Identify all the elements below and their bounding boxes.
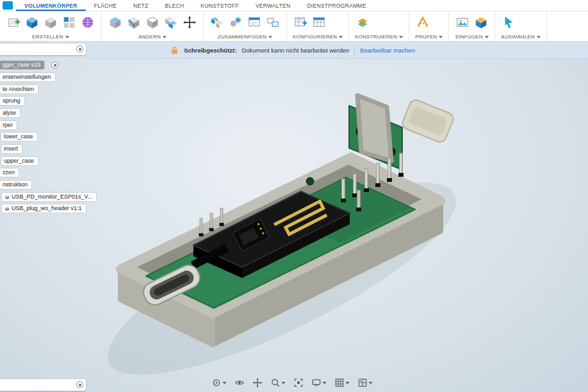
- browser-panel-header[interactable]: [0, 44, 86, 55]
- group-label-text: ÄNDERN: [138, 34, 161, 40]
- revolve-icon[interactable]: [43, 15, 58, 30]
- insert-canvas-icon[interactable]: [455, 15, 470, 30]
- group-label-konfigurieren[interactable]: KONFIGURIEREN: [293, 34, 343, 40]
- tab-volumenkoerper[interactable]: VOLUMENKÖRPER: [16, 0, 86, 11]
- chevron-down-icon: [399, 36, 403, 38]
- motion-link-icon[interactable]: [265, 15, 281, 30]
- group-label-erstellen[interactable]: ERSTELLEN: [6, 34, 95, 40]
- browser-root-radio-icon[interactable]: [51, 61, 58, 69]
- joint-icon[interactable]: [228, 15, 243, 30]
- tab-blech[interactable]: BLECH: [157, 0, 193, 11]
- browser-item-usb-plug[interactable]: USB_plug_wo_header v1:1: [2, 204, 86, 213]
- shell-icon[interactable]: [145, 15, 160, 30]
- chevron-down-icon: [369, 382, 373, 384]
- zoom-icon[interactable]: [270, 377, 287, 389]
- browser-item-origin[interactable]: sprung: [0, 97, 24, 105]
- browser-item-bodies[interactable]: rper: [0, 121, 17, 129]
- chevron-down-icon: [223, 382, 227, 384]
- browser-item-root[interactable]: gger_case v15: [0, 61, 44, 69]
- browser-item-label: gger_case v15: [3, 61, 40, 69]
- usb-plug-cap[interactable]: [401, 98, 455, 143]
- group-label-konstruieren[interactable]: KONSTRUIEREN: [355, 34, 403, 40]
- ribbon-toolbar: ERSTELLEN ÄNDERN: [0, 12, 588, 42]
- browser-item-usb-pd-monitor[interactable]: USB_PD_monitor_ESP01s_V...: [2, 193, 96, 201]
- create-sketch-icon[interactable]: [6, 15, 21, 30]
- insert-mesh-icon[interactable]: [473, 15, 489, 30]
- browser-item-analysis[interactable]: alyse: [0, 109, 20, 117]
- combine-icon[interactable]: [163, 15, 179, 30]
- form-icon[interactable]: [80, 15, 95, 30]
- rear-gray-bracket[interactable]: [357, 95, 391, 161]
- chevron-down-icon: [485, 36, 489, 38]
- browser-item-label: USB_plug_wo_header v1:1: [12, 204, 82, 213]
- chevron-down-icon: [439, 36, 443, 38]
- group-einfuegen: EINFÜGEN: [449, 12, 495, 41]
- configuration-table-icon[interactable]: [311, 15, 327, 30]
- browser-item-label: zzen: [3, 168, 15, 177]
- browser-item-label: upper_case: [4, 157, 34, 165]
- pattern-icon[interactable]: [61, 15, 77, 30]
- banner-divider: [354, 45, 355, 54]
- group-label-zusammenfuegen[interactable]: ZUSAMMENFÜGEN: [209, 34, 281, 40]
- browser-item-upper-case[interactable]: upper_case: [1, 157, 38, 165]
- browser-item-label: nstruktion: [3, 181, 28, 189]
- app-logo-icon[interactable]: [3, 1, 13, 10]
- browser-item-construction[interactable]: nstruktion: [0, 181, 31, 189]
- group-label-auswaehlen[interactable]: AUSWÄHLEN: [501, 34, 540, 40]
- tab-dienstprogramme[interactable]: DIENSTPROGRAMME: [298, 0, 374, 11]
- browser-item-insert[interactable]: insert: [1, 145, 22, 153]
- tab-flaeche[interactable]: FLÄCHE: [86, 0, 125, 11]
- tab-verwalten[interactable]: VERWALTEN: [247, 0, 299, 11]
- usb-logger-case-3d-model[interactable]: [0, 42, 588, 392]
- chevron-down-icon: [537, 36, 541, 38]
- select-icon[interactable]: [501, 15, 516, 30]
- tab-kunststoff[interactable]: KUNSTSTOFF: [192, 0, 247, 11]
- group-label-aendern[interactable]: ÄNDERN: [108, 34, 197, 40]
- component-icon: [4, 206, 10, 211]
- orbit-icon[interactable]: [211, 377, 228, 389]
- browser-item-label: te Ansichten: [3, 85, 34, 94]
- read-only-message: Dokument kann nicht bearbeitet werden: [241, 47, 349, 54]
- browser-header-radio-icon[interactable]: [76, 45, 83, 53]
- display-settings-icon[interactable]: [311, 377, 328, 389]
- group-label-text: EINFÜGEN: [455, 34, 483, 40]
- fillet-icon[interactable]: [126, 15, 142, 30]
- browser-item-sketches[interactable]: zzen: [0, 168, 19, 177]
- group-konfigurieren: KONFIGURIEREN: [287, 12, 349, 41]
- tab-netz[interactable]: NETZ: [125, 0, 156, 11]
- viewport-canvas[interactable]: Schreibgeschützt: Dokument kann nicht be…: [0, 42, 588, 392]
- browser-item-lower-case[interactable]: lower_case: [1, 133, 37, 141]
- extrude-icon[interactable]: [24, 15, 40, 30]
- make-editable-link[interactable]: Bearbeitbar machen: [360, 47, 415, 54]
- group-label-pruefen[interactable]: PRÜFEN: [415, 34, 443, 40]
- group-label-text: ZUSAMMENFÜGEN: [218, 34, 266, 40]
- rigid-group-icon[interactable]: [247, 15, 262, 30]
- read-only-banner: Schreibgeschützt: Dokument kann nicht be…: [87, 42, 588, 59]
- group-label-text: AUSWÄHLEN: [501, 34, 534, 40]
- timeline-bar[interactable]: [0, 379, 86, 391]
- fit-icon[interactable]: [293, 377, 305, 389]
- browser-item-label: sprung: [3, 97, 20, 105]
- group-label-einfuegen[interactable]: EINFÜGEN: [455, 34, 489, 40]
- viewports-icon[interactable]: [357, 377, 374, 389]
- chevron-down-icon: [282, 382, 286, 384]
- group-auswaehlen: AUSWÄHLEN: [495, 12, 546, 41]
- group-konstruieren: KONSTRUIEREN: [349, 12, 409, 41]
- measure-icon[interactable]: [415, 15, 430, 30]
- move-icon[interactable]: [182, 15, 197, 30]
- grid-settings-icon[interactable]: [334, 377, 351, 389]
- browser-item-label: insert: [4, 145, 18, 153]
- browser-item-document-settings[interactable]: enteneinstellungen: [0, 73, 55, 81]
- press-pull-icon[interactable]: [108, 15, 123, 30]
- look-at-icon[interactable]: [234, 377, 246, 389]
- construction-plane-icon[interactable]: [355, 15, 370, 30]
- browser-item-label: enteneinstellungen: [3, 73, 51, 81]
- browser-item-named-views[interactable]: te Ansichten: [0, 85, 38, 94]
- timeline-radio-icon[interactable]: [76, 381, 83, 388]
- chevron-down-icon: [346, 382, 350, 384]
- join-icon[interactable]: [209, 15, 225, 30]
- configuration-icon[interactable]: [293, 15, 308, 30]
- navigation-bar: [211, 377, 374, 389]
- chevron-down-icon: [339, 36, 343, 38]
- pan-icon[interactable]: [252, 377, 264, 389]
